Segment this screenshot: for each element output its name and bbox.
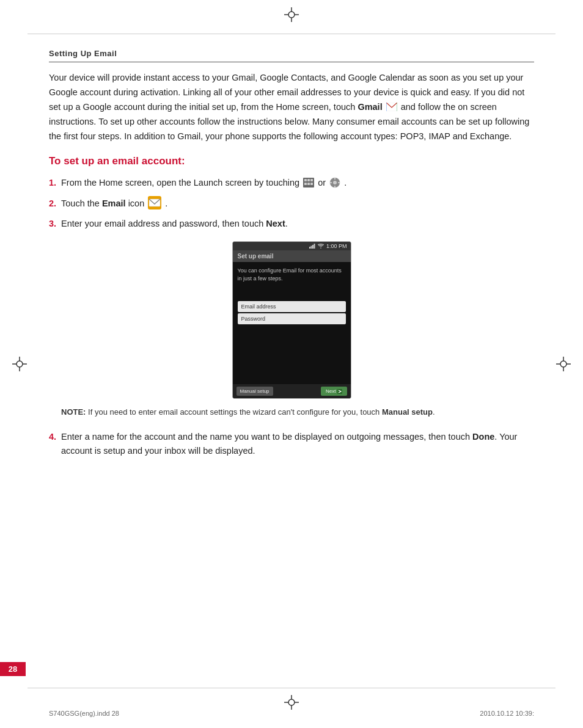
note-end: . <box>433 407 435 417</box>
svg-rect-25 <box>307 179 310 181</box>
gmail-icon <box>386 103 397 111</box>
step-4: 4. Enter a name for the account and the … <box>49 430 534 459</box>
border-top <box>28 34 556 34</box>
setup-heading: To set up an email account: <box>49 155 534 167</box>
border-bottom <box>28 688 556 688</box>
gmail-bold: Gmail <box>358 102 382 112</box>
step-2-number: 2. <box>49 197 61 211</box>
step-4-content: Enter a name for the account and the nam… <box>61 430 534 459</box>
phone-footer: Manual setup Next <box>233 384 351 398</box>
next-arrow-icon <box>337 389 342 394</box>
phone-info-text: You can configure Email for most account… <box>238 267 346 282</box>
password-field: Password <box>238 313 346 324</box>
svg-rect-34 <box>330 182 332 183</box>
next-btn: Next <box>321 387 346 396</box>
phone-body: You can configure Email for most account… <box>233 262 351 384</box>
crosshair-top <box>284 7 299 22</box>
svg-point-15 <box>560 361 566 367</box>
svg-point-5 <box>288 699 295 705</box>
next-bold: Next <box>266 219 285 228</box>
svg-point-31 <box>333 181 337 184</box>
step-1-number: 1. <box>49 176 61 191</box>
note-text: If you need to enter email account setti… <box>86 407 381 417</box>
page-number: 28 <box>9 664 17 674</box>
signal-icon <box>309 244 315 249</box>
step-2: 2. Touch the Email icon . <box>49 197 534 211</box>
next-btn-label: Next <box>326 388 336 394</box>
phone-screenshot: 1:00 PM Set up email You can configure E… <box>232 241 351 399</box>
wifi-icon <box>318 244 324 249</box>
phone-status-bar: 1:00 PM <box>233 242 351 250</box>
screenshot-container: 1:00 PM Set up email You can configure E… <box>49 241 534 399</box>
page-container: Setting Up Email Your device will provid… <box>0 0 583 728</box>
svg-rect-29 <box>310 183 313 185</box>
svg-point-10 <box>16 361 23 367</box>
page-number-box: 28 <box>0 662 26 676</box>
crosshair-right <box>556 357 571 371</box>
step-1: 1. From the Home screen, open the Launch… <box>49 176 534 191</box>
launcher-circle-icon <box>329 177 340 188</box>
email-app-icon <box>148 196 161 209</box>
svg-rect-39 <box>310 246 312 249</box>
intro-paragraph: Your device will provide instant access … <box>49 71 534 144</box>
grid-icon <box>303 178 314 187</box>
svg-rect-27 <box>304 183 307 185</box>
manual-setup-bold: Manual setup <box>382 407 433 417</box>
phone-header-text: Set up email <box>238 253 274 260</box>
section-title: Setting Up Email <box>49 49 534 62</box>
step-3-content: Enter your email address and password, t… <box>61 217 534 231</box>
step-3-number: 3. <box>49 217 61 231</box>
note-box: NOTE: If you need to enter email account… <box>61 406 534 418</box>
footer-file: S740GSG(eng).indd 28 <box>49 710 119 717</box>
crosshair-bottom <box>284 695 299 710</box>
email-address-field: Email address <box>238 301 346 312</box>
footer-date: 2010.10.12 10:39: <box>480 710 534 717</box>
step-4-number: 4. <box>49 430 61 445</box>
svg-rect-41 <box>314 244 315 249</box>
svg-rect-38 <box>309 247 310 249</box>
svg-rect-35 <box>338 182 340 183</box>
step-3: 3. Enter your email address and password… <box>49 217 534 231</box>
svg-rect-33 <box>334 186 336 187</box>
email-bold: Email <box>102 198 126 208</box>
status-time: 1:00 PM <box>326 243 347 249</box>
phone-header: Set up email <box>233 250 351 262</box>
main-content: Setting Up Email Your device will provid… <box>49 49 534 679</box>
svg-rect-32 <box>334 178 336 180</box>
note-label: NOTE: <box>61 407 86 417</box>
svg-rect-24 <box>304 179 307 181</box>
done-bold: Done <box>472 432 494 442</box>
svg-rect-26 <box>310 179 313 181</box>
svg-point-0 <box>288 12 295 18</box>
step-2-content: Touch the Email icon . <box>61 197 534 211</box>
crosshair-left <box>12 357 27 371</box>
svg-rect-40 <box>312 245 314 249</box>
step-1-content: From the Home screen, open the Launch sc… <box>61 176 534 191</box>
svg-rect-28 <box>307 183 310 185</box>
manual-setup-btn: Manual setup <box>237 387 273 396</box>
